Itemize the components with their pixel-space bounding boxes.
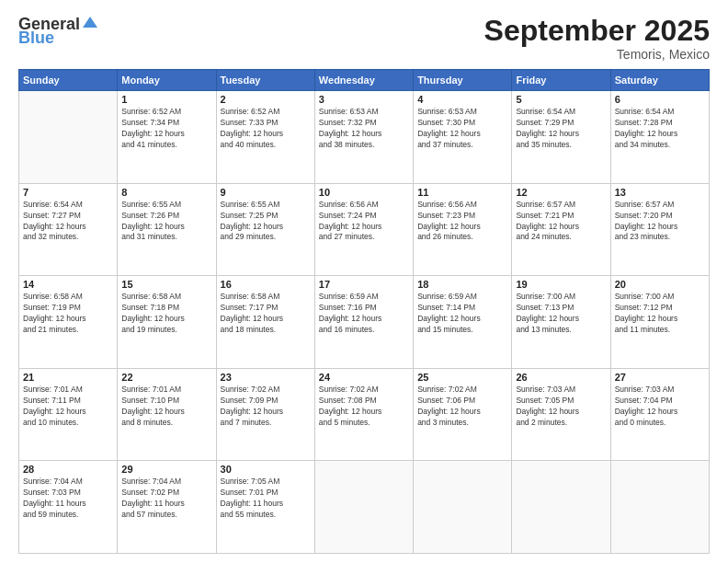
header: General Blue September 2025 Temoris, Mex… (18, 15, 710, 62)
day-number: 18 (417, 279, 507, 290)
day-info: Sunrise: 7:04 AM Sunset: 7:03 PM Dayligh… (23, 477, 113, 521)
day-info: Sunrise: 6:55 AM Sunset: 7:25 PM Dayligh… (221, 200, 311, 244)
day-number: 27 (615, 372, 705, 383)
table-row: 7Sunrise: 6:54 AM Sunset: 7:27 PM Daylig… (19, 183, 118, 276)
title-section: September 2025 Temoris, Mexico (484, 15, 710, 62)
table-row: 24Sunrise: 7:02 AM Sunset: 7:08 PM Dayli… (314, 368, 413, 461)
day-info: Sunrise: 6:58 AM Sunset: 7:19 PM Dayligh… (23, 292, 113, 336)
day-number: 10 (319, 187, 409, 198)
day-number: 29 (121, 464, 211, 475)
table-row: 9Sunrise: 6:55 AM Sunset: 7:25 PM Daylig… (216, 183, 314, 276)
day-info: Sunrise: 6:57 AM Sunset: 7:21 PM Dayligh… (516, 200, 606, 244)
table-row: 12Sunrise: 6:57 AM Sunset: 7:21 PM Dayli… (512, 183, 610, 276)
table-row: 27Sunrise: 7:03 AM Sunset: 7:04 PM Dayli… (610, 368, 709, 461)
table-row: 11Sunrise: 6:56 AM Sunset: 7:23 PM Dayli… (414, 183, 512, 276)
day-number: 12 (516, 187, 606, 198)
day-info: Sunrise: 6:54 AM Sunset: 7:28 PM Dayligh… (615, 107, 705, 151)
day-info: Sunrise: 6:59 AM Sunset: 7:16 PM Dayligh… (319, 292, 409, 336)
calendar-week-row: 21Sunrise: 7:01 AM Sunset: 7:11 PM Dayli… (19, 368, 710, 461)
table-row: 13Sunrise: 6:57 AM Sunset: 7:20 PM Dayli… (610, 183, 709, 276)
page: General Blue September 2025 Temoris, Mex… (0, 0, 728, 563)
day-info: Sunrise: 6:55 AM Sunset: 7:26 PM Dayligh… (121, 200, 211, 244)
table-row: 15Sunrise: 6:58 AM Sunset: 7:18 PM Dayli… (118, 276, 216, 369)
calendar-week-row: 7Sunrise: 6:54 AM Sunset: 7:27 PM Daylig… (19, 183, 710, 276)
table-row: 2Sunrise: 6:52 AM Sunset: 7:33 PM Daylig… (216, 91, 314, 184)
table-row: 10Sunrise: 6:56 AM Sunset: 7:24 PM Dayli… (314, 183, 413, 276)
table-row (610, 461, 709, 554)
day-info: Sunrise: 6:53 AM Sunset: 7:30 PM Dayligh… (417, 107, 507, 151)
day-number: 4 (417, 94, 507, 105)
day-info: Sunrise: 6:57 AM Sunset: 7:20 PM Dayligh… (615, 200, 705, 244)
table-row: 8Sunrise: 6:55 AM Sunset: 7:26 PM Daylig… (118, 183, 216, 276)
table-row: 14Sunrise: 6:58 AM Sunset: 7:19 PM Dayli… (19, 276, 118, 369)
day-number: 23 (221, 372, 311, 383)
table-row: 26Sunrise: 7:03 AM Sunset: 7:05 PM Dayli… (512, 368, 610, 461)
day-info: Sunrise: 6:59 AM Sunset: 7:14 PM Dayligh… (417, 292, 507, 336)
day-number: 1 (121, 94, 211, 105)
table-row: 22Sunrise: 7:01 AM Sunset: 7:10 PM Dayli… (118, 368, 216, 461)
day-info: Sunrise: 6:58 AM Sunset: 7:18 PM Dayligh… (121, 292, 211, 336)
day-number: 3 (319, 94, 409, 105)
day-number: 20 (615, 279, 705, 290)
day-number: 22 (121, 372, 211, 383)
logo: General Blue (18, 15, 99, 48)
day-number: 6 (615, 94, 705, 105)
day-info: Sunrise: 7:05 AM Sunset: 7:01 PM Dayligh… (221, 477, 311, 521)
day-number: 16 (221, 279, 311, 290)
svg-marker-0 (83, 17, 97, 28)
calendar-week-row: 14Sunrise: 6:58 AM Sunset: 7:19 PM Dayli… (19, 276, 710, 369)
day-number: 8 (121, 187, 211, 198)
table-row (414, 461, 512, 554)
table-row: 30Sunrise: 7:05 AM Sunset: 7:01 PM Dayli… (216, 461, 314, 554)
day-number: 11 (417, 187, 507, 198)
day-info: Sunrise: 6:53 AM Sunset: 7:32 PM Dayligh… (319, 107, 409, 151)
col-monday: Monday (118, 70, 216, 91)
calendar-week-row: 28Sunrise: 7:04 AM Sunset: 7:03 PM Dayli… (19, 461, 710, 554)
table-row (512, 461, 610, 554)
table-row: 3Sunrise: 6:53 AM Sunset: 7:32 PM Daylig… (314, 91, 413, 184)
day-info: Sunrise: 6:58 AM Sunset: 7:17 PM Dayligh… (221, 292, 311, 336)
logo-blue: Blue (18, 29, 54, 48)
col-friday: Friday (512, 70, 610, 91)
table-row (19, 91, 118, 184)
day-number: 9 (221, 187, 311, 198)
calendar-header-row: Sunday Monday Tuesday Wednesday Thursday… (19, 70, 710, 91)
month-title: September 2025 (484, 15, 710, 47)
day-info: Sunrise: 7:01 AM Sunset: 7:11 PM Dayligh… (23, 385, 113, 429)
day-info: Sunrise: 7:02 AM Sunset: 7:06 PM Dayligh… (417, 385, 507, 429)
col-sunday: Sunday (19, 70, 118, 91)
table-row: 29Sunrise: 7:04 AM Sunset: 7:02 PM Dayli… (118, 461, 216, 554)
day-info: Sunrise: 6:54 AM Sunset: 7:29 PM Dayligh… (516, 107, 606, 151)
table-row: 17Sunrise: 6:59 AM Sunset: 7:16 PM Dayli… (314, 276, 413, 369)
day-info: Sunrise: 7:00 AM Sunset: 7:12 PM Dayligh… (615, 292, 705, 336)
day-number: 19 (516, 279, 606, 290)
day-number: 28 (23, 464, 113, 475)
day-number: 13 (615, 187, 705, 198)
day-number: 25 (417, 372, 507, 383)
col-saturday: Saturday (610, 70, 709, 91)
day-info: Sunrise: 6:54 AM Sunset: 7:27 PM Dayligh… (23, 200, 113, 244)
day-info: Sunrise: 6:52 AM Sunset: 7:33 PM Dayligh… (221, 107, 311, 151)
logo-icon (81, 15, 99, 33)
table-row: 19Sunrise: 7:00 AM Sunset: 7:13 PM Dayli… (512, 276, 610, 369)
day-number: 14 (23, 279, 113, 290)
calendar: Sunday Monday Tuesday Wednesday Thursday… (18, 69, 710, 554)
day-info: Sunrise: 7:02 AM Sunset: 7:09 PM Dayligh… (221, 385, 311, 429)
table-row: 21Sunrise: 7:01 AM Sunset: 7:11 PM Dayli… (19, 368, 118, 461)
table-row: 6Sunrise: 6:54 AM Sunset: 7:28 PM Daylig… (610, 91, 709, 184)
day-number: 15 (121, 279, 211, 290)
day-number: 30 (221, 464, 311, 475)
table-row: 5Sunrise: 6:54 AM Sunset: 7:29 PM Daylig… (512, 91, 610, 184)
table-row: 1Sunrise: 6:52 AM Sunset: 7:34 PM Daylig… (118, 91, 216, 184)
day-info: Sunrise: 7:02 AM Sunset: 7:08 PM Dayligh… (319, 385, 409, 429)
day-number: 21 (23, 372, 113, 383)
table-row: 23Sunrise: 7:02 AM Sunset: 7:09 PM Dayli… (216, 368, 314, 461)
col-wednesday: Wednesday (314, 70, 413, 91)
day-info: Sunrise: 6:52 AM Sunset: 7:34 PM Dayligh… (121, 107, 211, 151)
day-info: Sunrise: 7:01 AM Sunset: 7:10 PM Dayligh… (121, 385, 211, 429)
table-row: 28Sunrise: 7:04 AM Sunset: 7:03 PM Dayli… (19, 461, 118, 554)
day-number: 7 (23, 187, 113, 198)
day-number: 24 (319, 372, 409, 383)
day-info: Sunrise: 7:00 AM Sunset: 7:13 PM Dayligh… (516, 292, 606, 336)
day-number: 17 (319, 279, 409, 290)
